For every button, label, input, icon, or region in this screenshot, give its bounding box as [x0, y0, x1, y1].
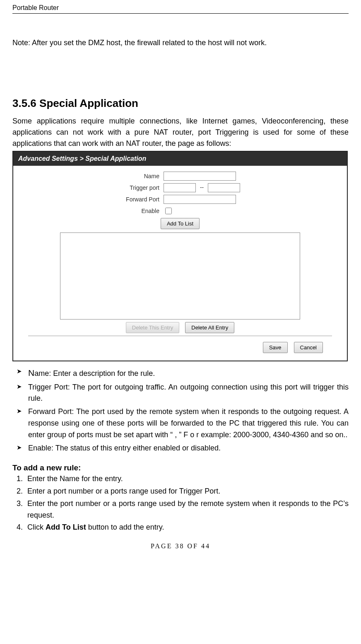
add-rule-steps: Enter the Name for the entry. Enter a po…: [12, 473, 349, 533]
trigger-port-dash: --: [200, 184, 204, 191]
name-input[interactable]: [164, 172, 236, 181]
page-header: Portable Router: [12, 4, 349, 14]
forward-port-input[interactable]: [164, 195, 236, 204]
rules-listbox[interactable]: [60, 232, 300, 320]
bullet-name-rest: ame: Enter a description for the rule.: [34, 369, 155, 378]
trigger-port-to-input[interactable]: [208, 183, 240, 192]
delete-all-entry-button[interactable]: Delete All Entry: [185, 322, 234, 333]
section-heading: 3.5.6 Special Application: [12, 97, 349, 110]
step-4-bold: Add To List: [46, 523, 86, 531]
step-4: Click Add To List button to add the entr…: [25, 522, 349, 533]
name-label: Name: [56, 173, 164, 179]
step-1: Enter the Name for the entry.: [25, 473, 349, 485]
special-application-panel: Advanced Settings > Special Application …: [12, 151, 348, 361]
parameter-list: Name: Enter a description for the rule. …: [12, 366, 349, 454]
cancel-button[interactable]: Cancel: [294, 342, 323, 353]
step-3: Enter the port number or a ports range u…: [25, 498, 349, 521]
enable-checkbox[interactable]: [165, 208, 172, 214]
panel-title: Advanced Settings > Special Application: [13, 152, 347, 166]
page-footer: PAGE 38 OF 44: [12, 542, 349, 550]
step-2: Enter a port number or a ports range use…: [25, 486, 349, 497]
save-button[interactable]: Save: [263, 342, 288, 353]
trigger-port-label: Trigger port: [56, 184, 164, 191]
trigger-port-from-input[interactable]: [164, 183, 196, 192]
add-to-list-button[interactable]: Add To List: [161, 218, 200, 229]
bullet-forward: Forward Port: The port used by the remot…: [15, 406, 349, 441]
step-4-pre: Click: [27, 523, 46, 531]
section-intro: Some applications require multiple conne…: [12, 116, 349, 149]
delete-this-entry-button[interactable]: Delete This Entry: [126, 322, 179, 333]
bullet-trigger: Trigger Port: The port for outgoing traf…: [15, 382, 349, 405]
step-4-post: button to add the entry.: [86, 523, 164, 531]
note-text: Note: After you set the DMZ host, the fi…: [12, 39, 349, 47]
enable-label: Enable: [56, 208, 164, 214]
bullet-enable: Enable: The status of this entry either …: [15, 443, 349, 454]
bullet-name-cap: N: [28, 368, 34, 378]
forward-port-label: Forward Port: [56, 196, 164, 203]
bullet-name: Name: Enter a description for the rule.: [15, 366, 349, 380]
add-new-rule-heading: To add a new rule:: [12, 463, 349, 472]
